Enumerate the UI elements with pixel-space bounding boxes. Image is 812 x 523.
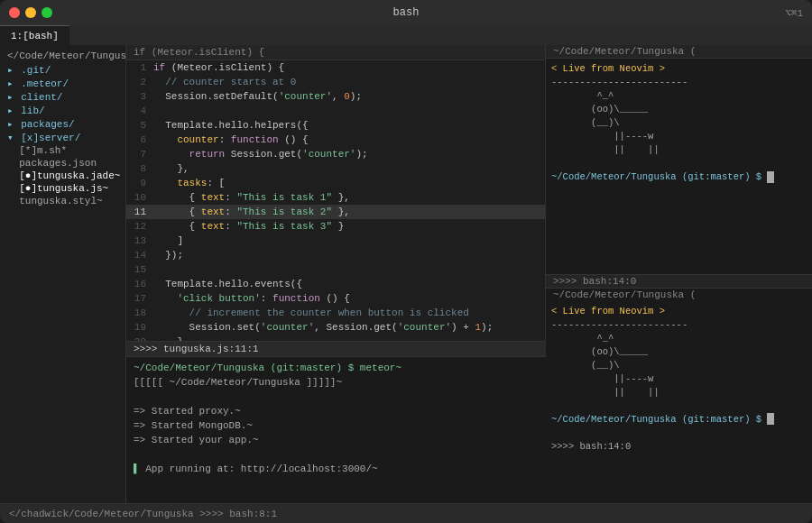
bottom-terminal-content: ~/Code/Meteor/Tunguska (git:master) $ me…: [126, 357, 546, 503]
terminal-top-right-header: ~/Code/Meteor/Tunguska (: [546, 45, 812, 59]
titlebar: bash ⌥⌘1: [0, 0, 812, 25]
line-4: 4: [126, 104, 545, 118]
close-button[interactable]: [9, 7, 20, 18]
line-1: 1if (Meteor.isClient) {: [126, 60, 545, 75]
terminal-bottom-right-content: < Live from Neovim > -------------------…: [546, 301, 812, 504]
code-editor[interactable]: if (Meteor.isClient) { 1if (Meteor.isCli…: [126, 45, 546, 341]
terminal-top-right-content: < Live from Neovim > -------------------…: [546, 59, 812, 274]
line-11: 11 { text: "This is task 2" },: [126, 205, 545, 219]
file-server[interactable]: ▾ [x]server/: [0, 131, 125, 144]
file-tunguska-styl[interactable]: tunguska.styl~: [0, 195, 125, 207]
terminal-bottom-path: ~/Code/Meteor/Tunguska (: [546, 289, 812, 301]
line-18: 18 // increment the counter when button …: [126, 306, 545, 320]
line-16: 16 Template.hello.events({: [126, 277, 545, 291]
line-20: 20 }: [126, 335, 545, 341]
file-sidebar: </Code/Meteor/Tunguska/ ▸ .git/ ▸ .meteo…: [0, 45, 126, 503]
statusbar: </chadwick/Code/Meteor/Tunguska >>>> bas…: [0, 503, 812, 523]
file-packages[interactable]: ▸ packages/: [0, 117, 125, 131]
right-panel: ~/Code/Meteor/Tunguska ( < Live from Neo…: [546, 45, 812, 503]
line-14: 14 });: [126, 248, 545, 262]
terminal-top-right[interactable]: ~/Code/Meteor/Tunguska ( < Live from Neo…: [546, 45, 812, 275]
line-2: 2 // counter starts at 0: [126, 75, 545, 89]
file-meteor[interactable]: ▸ .meteor/: [0, 77, 125, 90]
file-tunguska-jade[interactable]: [●]tunguska.jade~: [0, 170, 125, 182]
bottom-terminal-header: >>>> tunguska.js:11:1: [126, 342, 546, 357]
file-git[interactable]: ▸ .git/: [0, 63, 125, 77]
line-3: 3 Session.setDefault('counter', 0);: [126, 89, 545, 104]
window-title: bash: [393, 6, 420, 19]
tab-bash[interactable]: 1:[bash]: [0, 25, 69, 45]
line-15: 15: [126, 262, 545, 277]
file-packages-json[interactable]: packages.json: [0, 157, 125, 170]
shortcut-label: ⌥⌘1: [785, 7, 803, 19]
minimize-button[interactable]: [25, 7, 36, 18]
line-19: 19 Session.set('counter', Session.get('c…: [126, 320, 545, 335]
line-13: 13 ]: [126, 234, 545, 248]
center-panel: if (Meteor.isClient) { 1if (Meteor.isCli…: [126, 45, 546, 503]
line-8: 8 },: [126, 161, 545, 176]
editor-header: if (Meteor.isClient) {: [126, 45, 545, 60]
line-5: 5 Template.hello.helpers({: [126, 118, 545, 133]
terminal-bottom-right[interactable]: >>>> bash:14:0 ~/Code/Meteor/Tunguska ( …: [546, 275, 812, 504]
file-tunguska-js[interactable]: [●]tunguska.js~: [0, 182, 125, 195]
main-content: </Code/Meteor/Tunguska/ ▸ .git/ ▸ .meteo…: [0, 45, 812, 503]
line-6: 6 counter: function () {: [126, 133, 545, 147]
terminal-window: bash ⌥⌘1 1:[bash] </Code/Meteor/Tunguska…: [0, 0, 812, 523]
window-controls: [9, 7, 52, 18]
code-lines: 1if (Meteor.isClient) { 2 // counter sta…: [126, 60, 545, 341]
line-12: 12 { text: "This is task 3" }: [126, 219, 545, 234]
line-10: 10 { text: "This is task 1" },: [126, 190, 545, 205]
file-client[interactable]: ▸ client/: [0, 90, 125, 104]
maximize-button[interactable]: [42, 7, 52, 18]
file-msh[interactable]: [*]m.sh*: [0, 144, 125, 157]
sidebar-header: </Code/Meteor/Tunguska/: [0, 49, 125, 63]
line-9: 9 tasks: [: [126, 176, 545, 190]
bottom-terminal[interactable]: >>>> tunguska.js:11:1 ~/Code/Meteor/Tung…: [126, 341, 546, 503]
line-7: 7 return Session.get('counter');: [126, 147, 545, 161]
file-lib[interactable]: ▸ lib/: [0, 104, 125, 117]
tabs-bar: 1:[bash]: [0, 25, 812, 45]
statusbar-left: </chadwick/Code/Meteor/Tunguska >>>> bas…: [9, 509, 803, 519]
line-17: 17 'click button': function () {: [126, 291, 545, 306]
terminal-bottom-right-header: >>>> bash:14:0: [546, 275, 812, 289]
